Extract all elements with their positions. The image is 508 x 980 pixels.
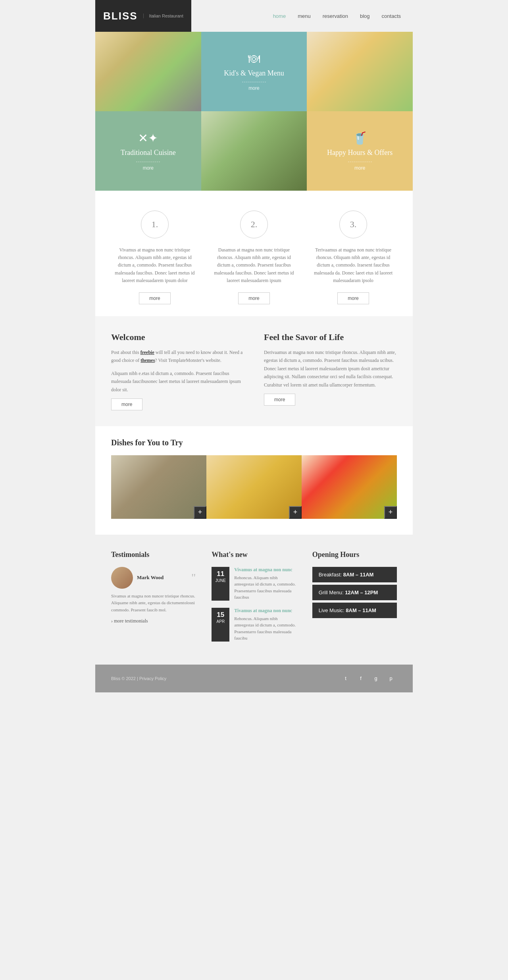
whats-new-col: What's new 11 June Vivamus at magna non … bbox=[212, 551, 296, 649]
social-googleplus[interactable]: g bbox=[370, 673, 382, 684]
dish-image-2 bbox=[206, 455, 302, 519]
more-testimonials-link[interactable]: › more testimonials bbox=[111, 618, 148, 624]
nav-menu[interactable]: menu bbox=[298, 13, 311, 19]
hero-cell-6[interactable]: 🥤 Happy Hours & Offers more bbox=[307, 111, 413, 191]
hero-title-6: Happy Hours & Offers bbox=[327, 148, 393, 157]
news-body-1: Rehoncus. Aliquam nibh anteegestas id di… bbox=[234, 574, 296, 601]
num-circle-3: 3. bbox=[339, 211, 367, 238]
hours-label-2: Grill Menu: bbox=[319, 590, 344, 595]
hours-item-3: Live Music: 8AM – 11AM bbox=[312, 603, 397, 618]
opening-hours-title: Opening Hours bbox=[312, 551, 397, 559]
nav-blog[interactable]: blog bbox=[360, 13, 370, 19]
social-twitter[interactable]: t bbox=[340, 673, 352, 684]
dishes-grid: + + + bbox=[111, 455, 397, 519]
news-title-1: Vivamus at magna non nunc bbox=[234, 567, 296, 573]
news-item-2: 15 APR Tivamus at magna non nunc Rehoncu… bbox=[212, 608, 296, 642]
hours-item-1: Breakfast: 8AM – 11AM bbox=[312, 567, 397, 582]
welcome-title: Welcome bbox=[111, 332, 244, 342]
whats-new-title: What's new bbox=[212, 551, 296, 559]
news-content-1: Vivamus at magna non nunc Rehoncus. Aliq… bbox=[234, 567, 296, 601]
logo-text: BLISS bbox=[103, 10, 138, 22]
hero-more-6[interactable]: more bbox=[354, 165, 365, 171]
num-more-btn-3[interactable]: more bbox=[337, 292, 369, 304]
opening-hours-col: Opening Hours Breakfast: 8AM – 11AM Gril… bbox=[312, 551, 397, 649]
hours-time-1: 8AM – 11AM bbox=[343, 572, 374, 578]
person-name: Mark Wood bbox=[137, 574, 164, 581]
bottom-section: Testimonials Mark Wood " Sivamus at magn… bbox=[111, 551, 397, 649]
savor-body: Derivaamus at magna non nunc tristique r… bbox=[264, 348, 397, 389]
numbered-item-3: 3. Terivaamus at magna non nunc tristiqu… bbox=[310, 211, 397, 304]
hero-cell-2[interactable]: 🍽 Kid's & Vegan Menu more bbox=[201, 32, 307, 111]
nav-home[interactable]: home bbox=[273, 13, 286, 19]
dish-item-1: + bbox=[111, 455, 206, 519]
cuisine-icon: ✕✦ bbox=[138, 131, 158, 145]
hero-divider-4 bbox=[136, 162, 160, 162]
nav-reservation[interactable]: reservation bbox=[323, 13, 348, 19]
dish-plus-btn-3[interactable]: + bbox=[384, 506, 397, 519]
hero-grid: 🍽 Kid's & Vegan Menu more ✕✦ Traditional… bbox=[95, 32, 413, 191]
dish-image-3 bbox=[302, 455, 397, 519]
logo-block: BLISS Italian Restaurant bbox=[95, 0, 191, 32]
savor-more-btn[interactable]: more bbox=[264, 394, 295, 406]
hero-title-2: Kid's & Vegan Menu bbox=[224, 69, 284, 78]
dish-plus-btn-2[interactable]: + bbox=[289, 506, 302, 519]
social-pinterest[interactable]: p bbox=[385, 673, 397, 684]
dishes-title: Dishes for You to Try bbox=[111, 438, 397, 447]
numbered-section: 1. Vivamus at magna non nunc tristique r… bbox=[111, 211, 397, 304]
hours-time-3: 8AM – 11AM bbox=[346, 607, 376, 613]
logo-subtitle: Italian Restaurant bbox=[143, 14, 183, 18]
dish-item-3: + bbox=[302, 455, 397, 519]
social-icons: t f g p bbox=[340, 673, 397, 684]
hero-more-4[interactable]: more bbox=[143, 165, 154, 171]
welcome-more-btn[interactable]: more bbox=[111, 398, 142, 410]
numbered-item-2: 2. Dasamus at magna non nunc tristique r… bbox=[210, 211, 298, 304]
hero-divider-6 bbox=[348, 162, 372, 162]
news-month-1: June bbox=[216, 578, 226, 583]
news-content-2: Tivamus at magna non nunc Rehoncus. Aliq… bbox=[234, 608, 296, 642]
hero-divider-2 bbox=[242, 82, 266, 82]
hours-label-3: Live Music: bbox=[319, 607, 344, 613]
savor-title: Feel the Savor of Life bbox=[264, 332, 397, 342]
hours-label-1: Breakfast: bbox=[319, 572, 342, 578]
welcome-intro: Post about this freebie will tell all yo… bbox=[111, 348, 244, 365]
nav-contacts[interactable]: contacts bbox=[382, 13, 401, 19]
hero-cell-4[interactable]: ✕✦ Traditional Cuisine more bbox=[95, 111, 201, 191]
numbered-item-1: 1. Vivamus at magna non nunc tristique r… bbox=[111, 211, 198, 304]
news-date-2: 15 APR bbox=[212, 608, 229, 642]
news-day-2: 15 bbox=[214, 611, 227, 619]
num-circle-1: 1. bbox=[141, 211, 169, 238]
themes-link[interactable]: themes bbox=[140, 358, 155, 363]
main-nav: home menu reservation blog contacts bbox=[273, 0, 413, 32]
welcome-left: Welcome Post about this freebie will tel… bbox=[111, 332, 244, 410]
hours-time-2: 12AM – 12PM bbox=[345, 590, 378, 595]
dish-image-1 bbox=[111, 455, 206, 519]
num-text-2: Dasamus at magna non nunc tristique rhon… bbox=[210, 246, 298, 284]
happyhours-icon: 🥤 bbox=[352, 131, 367, 145]
num-text-1: Vivamus at magna non nunc tristique rhon… bbox=[111, 246, 198, 284]
hours-item-2: Grill Menu: 12AM – 12PM bbox=[312, 585, 397, 600]
news-date-1: 11 June bbox=[212, 567, 229, 601]
person-avatar bbox=[111, 567, 133, 589]
news-day-1: 11 bbox=[214, 570, 227, 578]
testimonial-text: Sivamus at magna non nuncer tristique rh… bbox=[111, 593, 196, 614]
footer-copy: Bliss © 2022 | Privacy Policy bbox=[111, 676, 166, 681]
welcome-body: Aliquam nibh e.etas id dictum a, commodo… bbox=[111, 369, 244, 394]
hero-cell-3 bbox=[307, 32, 413, 111]
dish-plus-btn-1[interactable]: + bbox=[194, 506, 206, 519]
hero-more-2[interactable]: more bbox=[248, 85, 259, 91]
news-body-2: Rehoncus. Aliquam nibh anteegestas id di… bbox=[234, 615, 296, 642]
dish-item-2: + bbox=[206, 455, 302, 519]
num-more-btn-1[interactable]: more bbox=[139, 292, 170, 304]
hero-title-4: Traditional Cuisine bbox=[121, 148, 176, 157]
testimonials-title: Testimonials bbox=[111, 551, 196, 559]
social-facebook[interactable]: f bbox=[355, 673, 367, 684]
quote-icon: " bbox=[191, 571, 196, 584]
num-more-btn-2[interactable]: more bbox=[238, 292, 269, 304]
hero-cell-1 bbox=[95, 32, 201, 111]
num-text-3: Terivaamus at magna non nunc tristique r… bbox=[310, 246, 397, 284]
testimonials-col: Testimonials Mark Wood " Sivamus at magn… bbox=[111, 551, 196, 649]
freebie-link[interactable]: freebie bbox=[140, 350, 154, 355]
welcome-section: Welcome Post about this freebie will tel… bbox=[111, 332, 397, 410]
hero-cell-5 bbox=[201, 111, 307, 191]
news-item-1: 11 June Vivamus at magna non nunc Rehonc… bbox=[212, 567, 296, 601]
